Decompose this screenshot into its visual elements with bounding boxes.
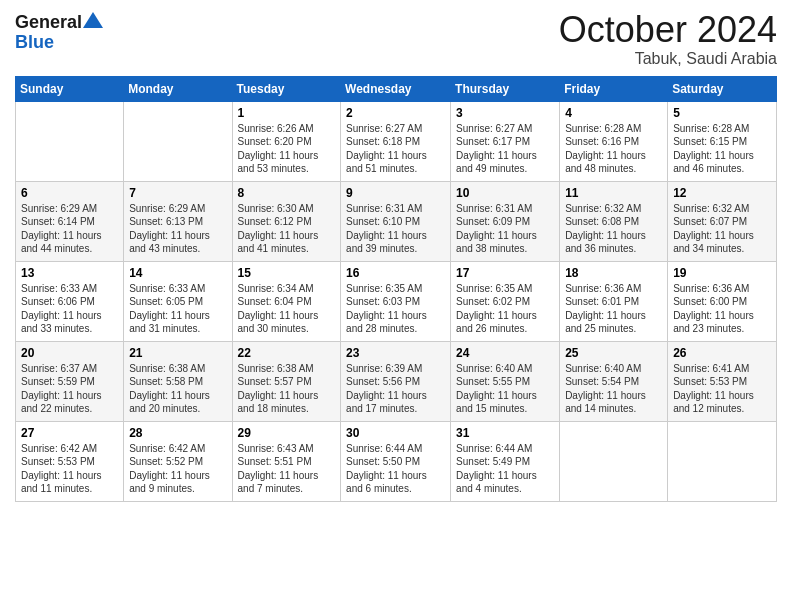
day-number: 23 (346, 346, 445, 360)
calendar: Sunday Monday Tuesday Wednesday Thursday… (15, 76, 777, 502)
day-info: Sunrise: 6:43 AM Sunset: 5:51 PM Dayligh… (238, 442, 336, 496)
table-row: 25Sunrise: 6:40 AM Sunset: 5:54 PM Dayli… (560, 341, 668, 421)
table-row: 14Sunrise: 6:33 AM Sunset: 6:05 PM Dayli… (124, 261, 232, 341)
calendar-body: 1Sunrise: 6:26 AM Sunset: 6:20 PM Daylig… (16, 101, 777, 501)
table-row: 13Sunrise: 6:33 AM Sunset: 6:06 PM Dayli… (16, 261, 124, 341)
day-info: Sunrise: 6:37 AM Sunset: 5:59 PM Dayligh… (21, 362, 118, 416)
day-number: 2 (346, 106, 445, 120)
svg-marker-2 (83, 12, 103, 28)
day-info: Sunrise: 6:35 AM Sunset: 6:03 PM Dayligh… (346, 282, 445, 336)
table-row: 19Sunrise: 6:36 AM Sunset: 6:00 PM Dayli… (668, 261, 777, 341)
header: GeneralBlue October 2024 Tabuk, Saudi Ar… (15, 10, 777, 68)
header-wednesday: Wednesday (341, 76, 451, 101)
day-info: Sunrise: 6:31 AM Sunset: 6:09 PM Dayligh… (456, 202, 554, 256)
table-row: 16Sunrise: 6:35 AM Sunset: 6:03 PM Dayli… (341, 261, 451, 341)
day-number: 8 (238, 186, 336, 200)
table-row: 3Sunrise: 6:27 AM Sunset: 6:17 PM Daylig… (451, 101, 560, 181)
table-row: 5Sunrise: 6:28 AM Sunset: 6:15 PM Daylig… (668, 101, 777, 181)
day-info: Sunrise: 6:39 AM Sunset: 5:56 PM Dayligh… (346, 362, 445, 416)
calendar-week-row: 13Sunrise: 6:33 AM Sunset: 6:06 PM Dayli… (16, 261, 777, 341)
header-thursday: Thursday (451, 76, 560, 101)
table-row: 28Sunrise: 6:42 AM Sunset: 5:52 PM Dayli… (124, 421, 232, 501)
day-info: Sunrise: 6:42 AM Sunset: 5:52 PM Dayligh… (129, 442, 226, 496)
day-info: Sunrise: 6:32 AM Sunset: 6:07 PM Dayligh… (673, 202, 771, 256)
svg-text:Blue: Blue (15, 32, 54, 50)
day-info: Sunrise: 6:31 AM Sunset: 6:10 PM Dayligh… (346, 202, 445, 256)
day-info: Sunrise: 6:33 AM Sunset: 6:06 PM Dayligh… (21, 282, 118, 336)
day-info: Sunrise: 6:40 AM Sunset: 5:55 PM Dayligh… (456, 362, 554, 416)
day-info: Sunrise: 6:40 AM Sunset: 5:54 PM Dayligh… (565, 362, 662, 416)
table-row: 11Sunrise: 6:32 AM Sunset: 6:08 PM Dayli… (560, 181, 668, 261)
logo-combined: GeneralBlue (15, 10, 105, 50)
title-section: October 2024 Tabuk, Saudi Arabia (559, 10, 777, 68)
day-info: Sunrise: 6:34 AM Sunset: 6:04 PM Dayligh… (238, 282, 336, 336)
table-row: 12Sunrise: 6:32 AM Sunset: 6:07 PM Dayli… (668, 181, 777, 261)
day-number: 9 (346, 186, 445, 200)
day-info: Sunrise: 6:42 AM Sunset: 5:53 PM Dayligh… (21, 442, 118, 496)
table-row: 26Sunrise: 6:41 AM Sunset: 5:53 PM Dayli… (668, 341, 777, 421)
day-number: 5 (673, 106, 771, 120)
table-row: 10Sunrise: 6:31 AM Sunset: 6:09 PM Dayli… (451, 181, 560, 261)
day-number: 14 (129, 266, 226, 280)
table-row: 23Sunrise: 6:39 AM Sunset: 5:56 PM Dayli… (341, 341, 451, 421)
table-row: 27Sunrise: 6:42 AM Sunset: 5:53 PM Dayli… (16, 421, 124, 501)
table-row: 18Sunrise: 6:36 AM Sunset: 6:01 PM Dayli… (560, 261, 668, 341)
header-tuesday: Tuesday (232, 76, 341, 101)
day-number: 22 (238, 346, 336, 360)
day-number: 30 (346, 426, 445, 440)
table-row: 21Sunrise: 6:38 AM Sunset: 5:58 PM Dayli… (124, 341, 232, 421)
table-row: 7Sunrise: 6:29 AM Sunset: 6:13 PM Daylig… (124, 181, 232, 261)
calendar-week-row: 6Sunrise: 6:29 AM Sunset: 6:14 PM Daylig… (16, 181, 777, 261)
header-sunday: Sunday (16, 76, 124, 101)
table-row: 9Sunrise: 6:31 AM Sunset: 6:10 PM Daylig… (341, 181, 451, 261)
day-info: Sunrise: 6:30 AM Sunset: 6:12 PM Dayligh… (238, 202, 336, 256)
day-number: 26 (673, 346, 771, 360)
day-number: 13 (21, 266, 118, 280)
day-number: 3 (456, 106, 554, 120)
calendar-week-row: 20Sunrise: 6:37 AM Sunset: 5:59 PM Dayli… (16, 341, 777, 421)
day-info: Sunrise: 6:33 AM Sunset: 6:05 PM Dayligh… (129, 282, 226, 336)
location: Tabuk, Saudi Arabia (559, 50, 777, 68)
day-number: 17 (456, 266, 554, 280)
table-row: 29Sunrise: 6:43 AM Sunset: 5:51 PM Dayli… (232, 421, 341, 501)
day-info: Sunrise: 6:32 AM Sunset: 6:08 PM Dayligh… (565, 202, 662, 256)
weekday-header-row: Sunday Monday Tuesday Wednesday Thursday… (16, 76, 777, 101)
day-number: 18 (565, 266, 662, 280)
table-row: 8Sunrise: 6:30 AM Sunset: 6:12 PM Daylig… (232, 181, 341, 261)
table-row: 24Sunrise: 6:40 AM Sunset: 5:55 PM Dayli… (451, 341, 560, 421)
day-number: 28 (129, 426, 226, 440)
calendar-week-row: 27Sunrise: 6:42 AM Sunset: 5:53 PM Dayli… (16, 421, 777, 501)
table-row: 17Sunrise: 6:35 AM Sunset: 6:02 PM Dayli… (451, 261, 560, 341)
day-info: Sunrise: 6:44 AM Sunset: 5:49 PM Dayligh… (456, 442, 554, 496)
day-info: Sunrise: 6:29 AM Sunset: 6:13 PM Dayligh… (129, 202, 226, 256)
table-row (668, 421, 777, 501)
day-info: Sunrise: 6:44 AM Sunset: 5:50 PM Dayligh… (346, 442, 445, 496)
page: GeneralBlue October 2024 Tabuk, Saudi Ar… (0, 0, 792, 612)
day-info: Sunrise: 6:38 AM Sunset: 5:57 PM Dayligh… (238, 362, 336, 416)
table-row: 30Sunrise: 6:44 AM Sunset: 5:50 PM Dayli… (341, 421, 451, 501)
day-number: 15 (238, 266, 336, 280)
table-row: 2Sunrise: 6:27 AM Sunset: 6:18 PM Daylig… (341, 101, 451, 181)
day-number: 4 (565, 106, 662, 120)
logo-svg: GeneralBlue (15, 10, 105, 50)
table-row: 31Sunrise: 6:44 AM Sunset: 5:49 PM Dayli… (451, 421, 560, 501)
day-number: 12 (673, 186, 771, 200)
day-info: Sunrise: 6:29 AM Sunset: 6:14 PM Dayligh… (21, 202, 118, 256)
day-info: Sunrise: 6:35 AM Sunset: 6:02 PM Dayligh… (456, 282, 554, 336)
day-info: Sunrise: 6:27 AM Sunset: 6:18 PM Dayligh… (346, 122, 445, 176)
day-number: 20 (21, 346, 118, 360)
day-info: Sunrise: 6:28 AM Sunset: 6:16 PM Dayligh… (565, 122, 662, 176)
day-number: 6 (21, 186, 118, 200)
day-number: 10 (456, 186, 554, 200)
month-title: October 2024 (559, 10, 777, 50)
calendar-week-row: 1Sunrise: 6:26 AM Sunset: 6:20 PM Daylig… (16, 101, 777, 181)
table-row (16, 101, 124, 181)
day-info: Sunrise: 6:26 AM Sunset: 6:20 PM Dayligh… (238, 122, 336, 176)
day-number: 1 (238, 106, 336, 120)
day-info: Sunrise: 6:27 AM Sunset: 6:17 PM Dayligh… (456, 122, 554, 176)
day-info: Sunrise: 6:36 AM Sunset: 6:00 PM Dayligh… (673, 282, 771, 336)
day-number: 11 (565, 186, 662, 200)
day-number: 24 (456, 346, 554, 360)
day-number: 7 (129, 186, 226, 200)
day-number: 19 (673, 266, 771, 280)
